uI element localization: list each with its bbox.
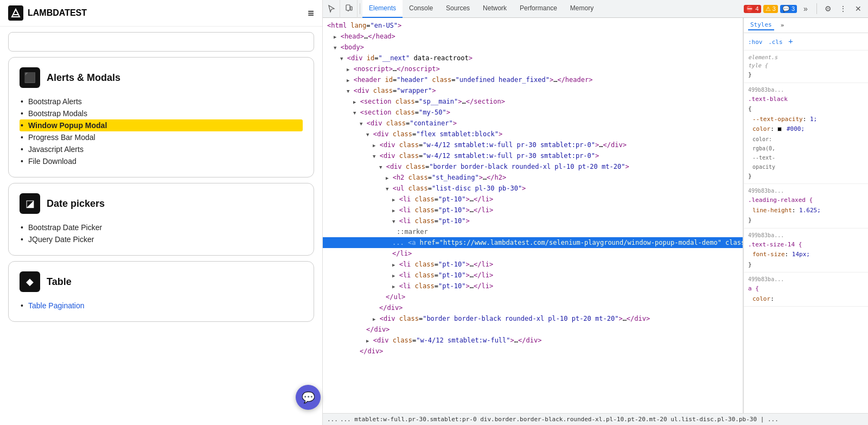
right-divider <box>816 3 817 14</box>
styles-header: Styles » <box>744 18 868 33</box>
elements-panel: <html lang="en-US">▶ <head>…</head>▼ <bo… <box>323 18 743 413</box>
style-selector-1: .text-black <box>748 96 788 103</box>
html-line[interactable]: ▼ <div class="flex smtablet:block"> <box>323 129 743 139</box>
html-line[interactable]: ▶ <header id="header" class="undefined h… <box>323 74 743 85</box>
tab-sources[interactable]: Sources <box>439 0 476 18</box>
section-icon-table: ◆ <box>20 271 40 292</box>
html-line[interactable]: ▶ <head>…</head> <box>323 31 743 42</box>
html-line[interactable]: ▶ <li class="pt-10">…</li> <box>323 205 743 215</box>
style-selector-3: .text-size-14 { <box>748 241 802 248</box>
breadcrumb-path: ... mtablet:w-full.pr-30.smtablet:pr-0 d… <box>340 416 778 423</box>
html-line[interactable]: ▶ <div class="w-4/12 smtablet:w-full pr-… <box>323 139 743 150</box>
logo-text: LAMBDATEST <box>28 8 87 18</box>
html-line[interactable]: ▼ <div class="w-4/12 smtablet:w-full pr-… <box>323 150 743 161</box>
html-line[interactable]: </div> <box>323 324 743 335</box>
add-style-btn[interactable]: + <box>788 37 793 46</box>
devtools-breadcrumb: ... ... mtablet:w-full.pr-30.smtablet:pr… <box>323 413 868 425</box>
close-btn[interactable]: ✕ <box>852 2 865 15</box>
list-item[interactable]: Table Pagination <box>20 300 303 312</box>
more-tabs-btn[interactable]: » <box>799 2 812 15</box>
list-item[interactable]: Window Popup Modal <box>20 119 303 131</box>
html-line[interactable]: ▶ <li class="pt-10">…</li> <box>323 259 743 270</box>
message-badge: 💬 3 <box>780 5 797 13</box>
device-tool-icon[interactable] <box>340 0 358 18</box>
styles-panel: Styles » :hov .cls + element.style { } 4… <box>743 18 868 413</box>
html-line[interactable]: </li> <box>323 248 743 259</box>
devtools-tab-bar: ElementsConsoleSourcesNetworkPerformance… <box>362 0 600 17</box>
devtools-right-controls: ⛔ 4 ⚠ 3 💬 3 » ⚙ ⋮ ✕ <box>741 2 868 15</box>
tab-elements[interactable]: Elements <box>362 0 403 18</box>
html-line[interactable]: ::marker <box>323 226 743 237</box>
style-source-1: 499b83ba... <box>748 85 864 94</box>
html-line[interactable]: ▼ <li class="pt-10"> <box>323 215 743 226</box>
style-source-4: 499b83ba... <box>748 275 864 284</box>
html-line[interactable]: ▶ <div class="border border-black rounde… <box>323 313 743 324</box>
html-line[interactable]: </div> <box>323 346 743 357</box>
html-line[interactable]: </ul> <box>323 291 743 302</box>
tab-styles[interactable]: Styles <box>748 20 774 30</box>
section-title-date-pickers: Date pickers <box>47 198 105 210</box>
tab-memory[interactable]: Memory <box>564 0 600 18</box>
search-input[interactable] <box>15 38 307 46</box>
list-item[interactable]: Progress Bar Modal <box>20 131 303 143</box>
svg-rect-4 <box>348 10 349 11</box>
tab-performance[interactable]: Performance <box>513 0 564 18</box>
left-panel: LAMBDATEST ≡ ⬛Alerts & ModalsBootstrap A… <box>0 0 323 425</box>
tab-network[interactable]: Network <box>476 0 513 18</box>
hov-filter[interactable]: :hov <box>748 39 763 46</box>
list-item[interactable]: Bootstrap Modals <box>20 107 303 119</box>
left-header: LAMBDATEST ≡ <box>0 0 322 27</box>
html-line[interactable]: ▼ <div class="wrapper"> <box>323 85 743 96</box>
html-line[interactable]: ▶ <li class="pt-10">…</li> <box>323 270 743 281</box>
tab-more-styles[interactable]: » <box>778 21 787 30</box>
list-item[interactable]: Bootstrap Alerts <box>20 96 303 107</box>
html-line[interactable]: </div> <box>323 302 743 313</box>
html-line[interactable]: ▶ <section class="sp__main">…</section> <box>323 96 743 107</box>
error-badge: ⛔ 4 <box>744 5 761 13</box>
hamburger-menu[interactable]: ≡ <box>308 7 314 20</box>
html-line[interactable]: ▼ <div id="__next" data-reactroot> <box>323 53 743 64</box>
style-source-element: element.style { <box>748 53 864 70</box>
style-selector-2: .leading-relaxed { <box>748 196 813 204</box>
html-line[interactable]: <html lang="en-US"> <box>323 20 743 31</box>
chat-button[interactable]: 💬 <box>296 385 321 410</box>
section-title-table: Table <box>47 276 72 288</box>
style-block-leading: 499b83ba... .leading-relaxed { line-heig… <box>744 184 868 229</box>
html-line[interactable]: ... <a href="https://www.lambdatest.com/… <box>323 237 743 248</box>
section-icon-alerts-modals: ⬛ <box>20 67 40 88</box>
style-selector-4: a { <box>748 285 759 292</box>
list-item[interactable]: Bootstrap Date Picker <box>20 221 303 233</box>
html-line[interactable]: ▼ <div class="container"> <box>323 118 743 129</box>
section-list-table: Table Pagination <box>20 300 303 312</box>
section-card-table: ◆TableTable Pagination <box>8 261 314 322</box>
html-line[interactable]: ▶ <noscript>…</noscript> <box>323 64 743 74</box>
style-block-hov-cls: :hov .cls + <box>744 33 868 50</box>
html-line[interactable]: ▶ <li class="pt-10">…</li> <box>323 281 743 291</box>
color-swatch-black <box>777 127 782 131</box>
more-options-btn[interactable]: ⋮ <box>837 2 850 15</box>
tab-console[interactable]: Console <box>403 0 439 18</box>
style-block-element: element.style { } <box>744 50 868 83</box>
html-line[interactable]: ▼ <body> <box>323 42 743 53</box>
style-prop-1: --text-opacity <box>752 116 803 123</box>
html-line[interactable]: ▼ <section class="my-50"> <box>323 107 743 118</box>
list-item[interactable]: Javascript Alerts <box>20 143 303 155</box>
section-icon-date-pickers: ◪ <box>20 193 40 214</box>
section-header-date-pickers: ◪Date pickers <box>20 193 303 214</box>
html-line[interactable]: ▼ <ul class="list-disc pl-30 pb-30"> <box>323 183 743 194</box>
cls-filter[interactable]: .cls <box>768 39 783 46</box>
html-line[interactable]: ▶ <li class="pt-10">…</li> <box>323 194 743 205</box>
marker-label: ::marker <box>392 228 428 236</box>
cursor-tool-icon[interactable] <box>323 0 340 18</box>
settings-btn[interactable]: ⚙ <box>821 2 834 15</box>
section-title-alerts-modals: Alerts & Modals <box>47 72 120 84</box>
html-line[interactable]: ▶ <h2 class="st_heading">…</h2> <box>323 172 743 183</box>
style-source-3: 499b83ba... <box>748 231 864 240</box>
section-card-alerts-modals: ⬛Alerts & ModalsBootstrap AlertsBootstra… <box>8 57 314 177</box>
svg-rect-5 <box>350 7 352 10</box>
html-line[interactable]: ▼ <div class="border border-black rounde… <box>323 161 743 172</box>
html-line[interactable]: ▶ <div class="w-4/12 smtablet:w-full">…<… <box>323 335 743 346</box>
list-item[interactable]: JQuery Date Picker <box>20 233 303 245</box>
list-item[interactable]: File Download <box>20 155 303 167</box>
chat-icon: 💬 <box>302 391 315 404</box>
